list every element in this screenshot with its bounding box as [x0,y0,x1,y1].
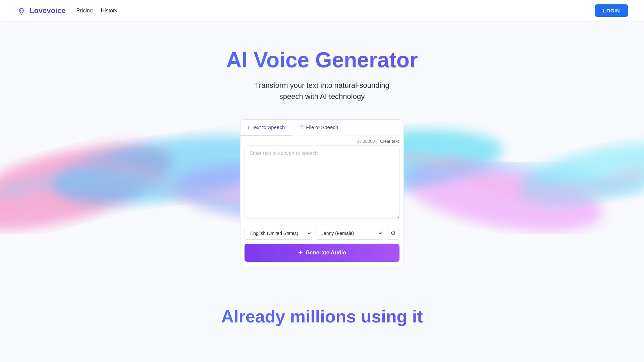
tab-bar: ↕ Text to Speech 📄 File to Speech [240,120,404,135]
bottom-section: Already millions using it [0,286,644,326]
nav-link-pricing[interactable]: Pricing [76,8,93,14]
nav-link-history[interactable]: History [101,8,118,14]
tab-file-to-speech[interactable]: 📄 File to Speech [291,120,345,135]
logo-link[interactable]: Lovevoice [16,5,66,16]
nav-left: Lovevoice Pricing History [16,5,117,16]
hero-title: AI Voice Generator [8,48,636,72]
logo-icon [16,5,27,16]
hero-section: AI Voice Generator Transform your text i… [0,21,644,286]
main-card: ↕ Text to Speech 📄 File to Speech 0 / 20… [240,119,404,266]
hero-content: AI Voice Generator Transform your text i… [8,48,636,266]
login-button[interactable]: LOGIN [595,4,628,17]
speech-textarea[interactable] [245,145,399,219]
char-count: 0 / 20000 [357,139,375,144]
generate-audio-button[interactable]: ✦ Generate Audio [245,244,399,262]
logo-text: Lovevoice [30,6,66,15]
hero-subtitle: Transform your text into natural-soundin… [8,80,636,102]
voice-select[interactable]: Jenny (Female) Guy (Male) Aria (Female) … [316,227,383,240]
language-select[interactable]: English (United States) English (UK) Spa… [245,227,312,240]
navigation: Lovevoice Pricing History LOGIN [0,0,644,21]
tab-text-to-speech[interactable]: ↕ Text to Speech [240,120,291,135]
settings-button[interactable]: ⚙ [387,227,399,240]
text-to-speech-icon: ↕ [247,125,250,130]
clear-text-button[interactable]: Clear text [380,139,399,144]
file-to-speech-icon: 📄 [298,125,304,130]
textarea-wrapper [240,145,404,223]
char-count-row: 0 / 20000 Clear text [240,135,404,145]
generate-audio-label: Generate Audio [306,250,346,256]
controls-row: English (United States) English (UK) Spa… [240,223,404,240]
gear-icon: ⚙ [390,230,396,237]
generate-icon: ✦ [298,249,303,256]
nav-links: Pricing History [76,8,118,14]
bottom-title: Already millions using it [8,306,636,326]
